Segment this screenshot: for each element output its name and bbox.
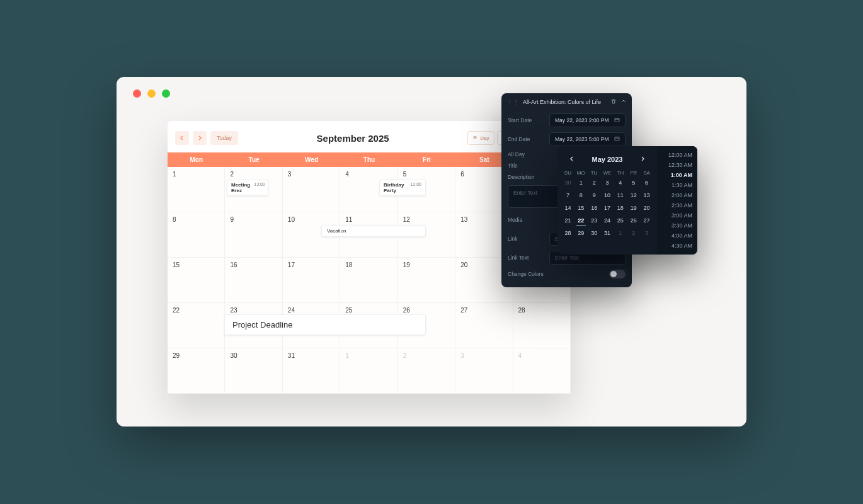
calendar-day-cell[interactable]: 18 xyxy=(340,258,397,303)
picker-day[interactable]: 2 xyxy=(627,229,640,238)
calendar-day-cell[interactable]: 9 xyxy=(225,212,282,258)
collapse-icon[interactable] xyxy=(620,98,627,106)
picker-day[interactable]: 11 xyxy=(614,191,627,200)
picker-day[interactable]: 24 xyxy=(601,216,614,225)
calendar-day-cell[interactable]: 31 xyxy=(283,348,340,394)
calendar-day-cell[interactable]: 19 xyxy=(398,258,455,303)
day-number: 2 xyxy=(403,352,450,359)
picker-title: May 2023 xyxy=(592,156,623,163)
zoom-icon[interactable] xyxy=(162,89,170,98)
today-button[interactable]: Today xyxy=(210,131,238,145)
picker-day[interactable]: 7 xyxy=(561,191,574,200)
picker-day[interactable]: 13 xyxy=(640,191,653,200)
calendar-day-cell[interactable]: 29 xyxy=(168,348,225,394)
time-option[interactable]: 4:00 AM xyxy=(657,231,697,241)
calendar-day-cell[interactable]: 17 xyxy=(283,258,340,303)
event-vacation[interactable]: Vacation xyxy=(321,225,426,237)
time-option[interactable]: 4:30 AM xyxy=(657,241,697,251)
picker-day[interactable]: 21 xyxy=(561,216,574,225)
colors-label: Change Colors xyxy=(508,271,544,277)
picker-day[interactable]: 18 xyxy=(614,203,627,212)
picker-day[interactable]: 4 xyxy=(614,178,627,187)
day-number: 17 xyxy=(288,261,334,268)
day-number: 9 xyxy=(230,216,277,223)
time-option[interactable]: 3:00 AM xyxy=(657,210,697,220)
chevron-right-icon xyxy=(639,156,646,162)
calendar-day-cell[interactable]: 3 xyxy=(283,167,340,212)
time-option[interactable]: 3:30 AM xyxy=(657,220,697,231)
picker-day[interactable]: 20 xyxy=(640,203,653,212)
picker-day[interactable]: 14 xyxy=(561,203,574,212)
calendar-day-cell[interactable]: 30 xyxy=(225,348,282,394)
picker-day[interactable]: 29 xyxy=(574,229,588,238)
calendar-day-cell[interactable]: 22 xyxy=(168,303,225,348)
start-date-field[interactable]: May 22, 2023 2:00 PM xyxy=(549,113,626,127)
picker-day[interactable]: 3 xyxy=(640,229,653,238)
picker-day[interactable]: 27 xyxy=(640,216,653,225)
picker-day[interactable]: 26 xyxy=(627,216,640,225)
picker-day[interactable]: 28 xyxy=(561,229,574,238)
picker-day[interactable]: 6 xyxy=(640,178,653,187)
picker-day[interactable]: 1 xyxy=(574,178,588,187)
time-option[interactable]: 12:00 AM xyxy=(657,150,697,160)
calendar-day-cell[interactable]: 4 xyxy=(513,348,571,394)
calendar-day-cell[interactable]: 1 xyxy=(168,167,225,212)
picker-day[interactable]: 19 xyxy=(627,203,640,212)
picker-day[interactable]: 9 xyxy=(588,191,601,200)
picker-day[interactable]: 1 xyxy=(614,229,627,238)
calendar-day-cell[interactable]: 1 xyxy=(340,348,397,394)
event-deadline[interactable]: Project Deadline xyxy=(224,314,426,335)
time-list[interactable]: 12:00 AM12:30 AM1:00 AM1:30 AM2:00 AM2:3… xyxy=(657,146,697,255)
calendar-day-cell[interactable]: 2 xyxy=(398,348,455,394)
day-number: 13 xyxy=(460,216,507,223)
minimize-icon[interactable] xyxy=(147,89,156,98)
end-date-field[interactable]: May 22, 2023 5:00 PM xyxy=(549,132,626,146)
picker-dow-cell: FR xyxy=(627,170,640,176)
time-option[interactable]: 2:30 AM xyxy=(657,200,697,210)
picker-day[interactable]: 2 xyxy=(588,178,601,187)
picker-day[interactable]: 31 xyxy=(601,229,614,238)
picker-prev-button[interactable] xyxy=(565,154,579,165)
picker-day[interactable]: 25 xyxy=(614,216,627,225)
end-date-label: End Date xyxy=(508,136,544,142)
picker-day[interactable]: 8 xyxy=(574,191,588,200)
calendar-day-cell[interactable]: 27 xyxy=(455,303,513,348)
picker-day[interactable]: 15 xyxy=(574,203,588,212)
picker-dow-cell: MO xyxy=(574,170,588,176)
calendar-day-cell[interactable]: 8 xyxy=(168,212,225,258)
time-option[interactable]: 2:00 AM xyxy=(657,190,697,200)
picker-day[interactable]: 22 xyxy=(574,216,588,225)
calendar-icon xyxy=(614,136,620,143)
picker-day[interactable]: 3 xyxy=(601,178,614,187)
picker-day[interactable]: 16 xyxy=(588,203,601,212)
calendar-day-cell[interactable]: 16 xyxy=(225,258,282,303)
view-day-button[interactable]: Day xyxy=(467,131,494,145)
trash-icon[interactable] xyxy=(610,98,617,106)
time-option[interactable]: 1:30 AM xyxy=(657,180,697,190)
picker-day[interactable]: 30 xyxy=(561,178,574,187)
event-meeting[interactable]: Meeting Erez 13:00 xyxy=(227,180,268,196)
picker-day[interactable]: 30 xyxy=(588,229,601,238)
event-birthday[interactable]: Birthday Party 13:00 xyxy=(379,180,426,196)
close-icon[interactable] xyxy=(133,89,141,98)
change-colors-toggle[interactable] xyxy=(609,270,626,278)
picker-day[interactable]: 12 xyxy=(627,191,640,200)
time-option[interactable]: 1:00 AM xyxy=(657,170,697,180)
next-month-button[interactable] xyxy=(193,131,207,145)
picker-day[interactable]: 5 xyxy=(627,178,640,187)
day-number: 18 xyxy=(345,261,392,268)
drag-handle-icon[interactable]: ⋮⋮ xyxy=(506,99,519,106)
day-number: 22 xyxy=(173,307,219,314)
calendar-day-cell[interactable]: 15 xyxy=(168,258,225,303)
picker-day[interactable]: 10 xyxy=(601,191,614,200)
calendar-day-cell[interactable]: 28 xyxy=(513,303,571,348)
picker-dow-cell: TU xyxy=(588,170,601,176)
picker-dow-cell: SU xyxy=(561,170,574,176)
picker-day[interactable]: 17 xyxy=(601,203,614,212)
time-option[interactable]: 12:30 AM xyxy=(657,160,697,170)
prev-month-button[interactable] xyxy=(175,131,189,145)
calendar-day-cell[interactable]: 3 xyxy=(455,348,513,394)
day-number: 30 xyxy=(230,352,277,359)
picker-next-button[interactable] xyxy=(636,154,649,165)
picker-day[interactable]: 23 xyxy=(588,216,601,225)
